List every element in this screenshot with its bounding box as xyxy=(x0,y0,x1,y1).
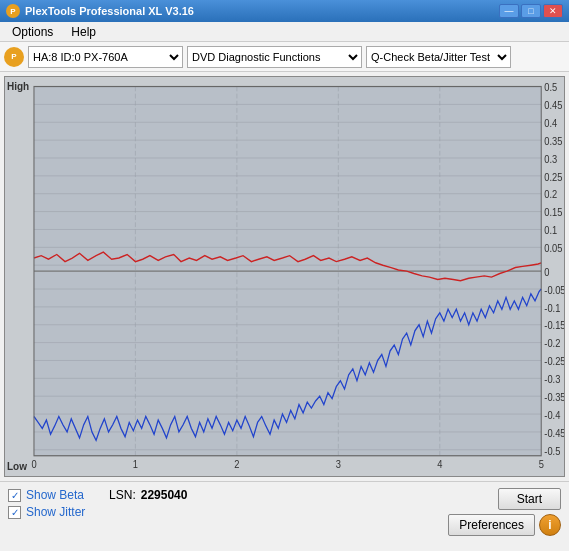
chart-svg: 0.5 0.45 0.4 0.35 0.3 0.25 0.2 0.15 0.1 … xyxy=(5,77,564,476)
show-beta-checkbox[interactable]: ✓ xyxy=(8,489,21,502)
svg-text:-0.45: -0.45 xyxy=(544,427,564,439)
svg-text:-0.1: -0.1 xyxy=(544,302,560,314)
test-select[interactable]: Q-Check Beta/Jitter Test xyxy=(366,46,511,68)
svg-text:0.05: 0.05 xyxy=(544,242,563,254)
drive-icon: P xyxy=(4,47,24,67)
svg-text:-0.3: -0.3 xyxy=(544,373,560,385)
title-bar-controls: — □ ✕ xyxy=(499,4,563,18)
svg-text:4: 4 xyxy=(437,458,443,470)
menu-options[interactable]: Options xyxy=(4,23,61,41)
function-select[interactable]: DVD Diagnostic Functions xyxy=(187,46,362,68)
lsn-label: LSN: xyxy=(109,488,136,502)
title-bar-left: P PlexTools Professional XL V3.16 xyxy=(6,4,194,18)
bottom-panel: ✓ Show Beta LSN: 2295040 ✓ Show Jitter S… xyxy=(0,481,569,551)
svg-text:0.3: 0.3 xyxy=(544,153,557,165)
svg-text:0.45: 0.45 xyxy=(544,100,563,112)
svg-text:0.1: 0.1 xyxy=(544,225,557,237)
svg-text:-0.05: -0.05 xyxy=(544,284,564,296)
svg-text:0: 0 xyxy=(31,458,37,470)
info-button[interactable]: i xyxy=(539,514,561,536)
show-jitter-checkbox[interactable]: ✓ xyxy=(8,506,21,519)
prefs-row: Preferences i xyxy=(448,514,561,536)
toolbar: P HA:8 ID:0 PX-760A DVD Diagnostic Funct… xyxy=(0,42,569,72)
title-bar: P PlexTools Professional XL V3.16 — □ ✕ xyxy=(0,0,569,22)
menu-help[interactable]: Help xyxy=(63,23,104,41)
svg-text:-0.25: -0.25 xyxy=(544,356,564,368)
app-icon: P xyxy=(6,4,20,18)
minimize-button[interactable]: — xyxy=(499,4,519,18)
svg-text:0.5: 0.5 xyxy=(544,82,557,94)
svg-text:5: 5 xyxy=(539,458,545,470)
main-content: High Low xyxy=(0,72,569,481)
chart-container: High Low xyxy=(4,76,565,477)
show-beta-label: Show Beta xyxy=(26,488,84,502)
drive-select[interactable]: HA:8 ID:0 PX-760A xyxy=(28,46,183,68)
start-button[interactable]: Start xyxy=(498,488,561,510)
show-jitter-row: ✓ Show Jitter xyxy=(8,505,187,519)
svg-text:0.2: 0.2 xyxy=(544,189,557,201)
svg-text:1: 1 xyxy=(133,458,139,470)
maximize-button[interactable]: □ xyxy=(521,4,541,18)
svg-text:-0.4: -0.4 xyxy=(544,409,560,421)
svg-text:0: 0 xyxy=(544,266,550,278)
svg-text:2: 2 xyxy=(234,458,240,470)
show-jitter-label: Show Jitter xyxy=(26,505,85,519)
bottom-left: ✓ Show Beta LSN: 2295040 ✓ Show Jitter xyxy=(8,488,187,519)
svg-text:-0.35: -0.35 xyxy=(544,391,564,403)
close-button[interactable]: ✕ xyxy=(543,4,563,18)
svg-text:-0.2: -0.2 xyxy=(544,338,560,350)
menu-bar: Options Help xyxy=(0,22,569,42)
svg-text:0.25: 0.25 xyxy=(544,171,563,183)
svg-text:3: 3 xyxy=(336,458,342,470)
svg-text:0.15: 0.15 xyxy=(544,207,563,219)
svg-text:-0.15: -0.15 xyxy=(544,320,564,332)
show-beta-row: ✓ Show Beta LSN: 2295040 xyxy=(8,488,187,502)
svg-text:0.35: 0.35 xyxy=(544,135,563,147)
bottom-right: Start Preferences i xyxy=(448,488,561,536)
svg-text:0.4: 0.4 xyxy=(544,117,557,129)
preferences-button[interactable]: Preferences xyxy=(448,514,535,536)
svg-text:-0.5: -0.5 xyxy=(544,445,560,457)
window-title: PlexTools Professional XL V3.16 xyxy=(25,5,194,17)
lsn-value: 2295040 xyxy=(141,488,188,502)
